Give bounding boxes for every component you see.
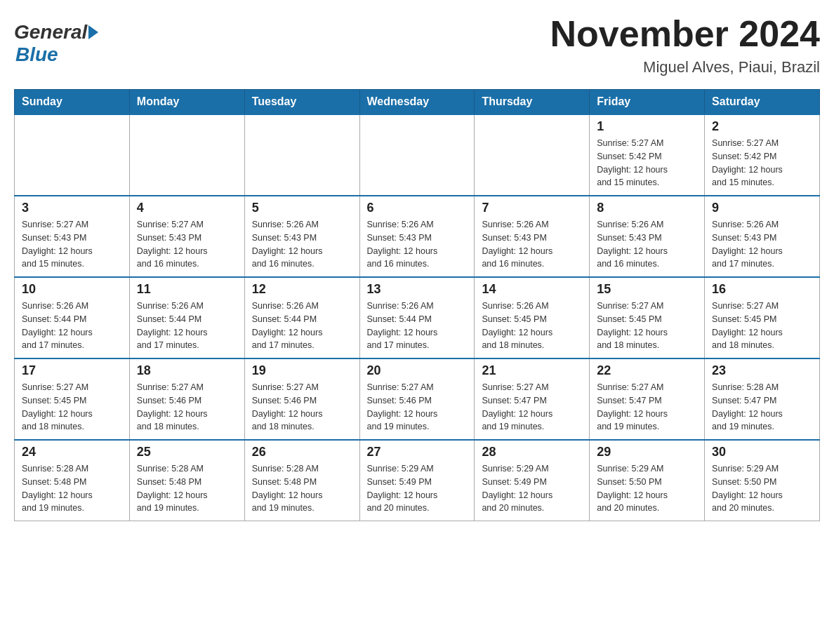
calendar-cell: 21Sunrise: 5:27 AMSunset: 5:47 PMDayligh… bbox=[475, 358, 590, 440]
day-info: Sunrise: 5:26 AMSunset: 5:43 PMDaylight:… bbox=[712, 218, 812, 271]
logo-general-text: General bbox=[14, 21, 87, 43]
day-number: 4 bbox=[137, 201, 237, 215]
day-info: Sunrise: 5:26 AMSunset: 5:43 PMDaylight:… bbox=[482, 218, 582, 271]
day-info: Sunrise: 5:29 AMSunset: 5:49 PMDaylight:… bbox=[482, 462, 582, 515]
day-number: 8 bbox=[597, 201, 697, 215]
day-number: 9 bbox=[712, 201, 812, 215]
logo: General Blue bbox=[14, 21, 98, 66]
week-row-3: 10Sunrise: 5:26 AMSunset: 5:44 PMDayligh… bbox=[15, 277, 820, 358]
day-number: 20 bbox=[367, 363, 468, 378]
calendar-cell: 22Sunrise: 5:27 AMSunset: 5:47 PMDayligh… bbox=[590, 358, 705, 440]
calendar-cell: 19Sunrise: 5:27 AMSunset: 5:46 PMDayligh… bbox=[244, 358, 359, 440]
calendar-cell bbox=[244, 114, 359, 196]
day-info: Sunrise: 5:28 AMSunset: 5:48 PMDaylight:… bbox=[137, 462, 237, 515]
day-info: Sunrise: 5:26 AMSunset: 5:44 PMDaylight:… bbox=[22, 300, 122, 352]
day-info: Sunrise: 5:28 AMSunset: 5:48 PMDaylight:… bbox=[22, 462, 122, 515]
day-info: Sunrise: 5:27 AMSunset: 5:43 PMDaylight:… bbox=[22, 218, 122, 271]
day-number: 5 bbox=[252, 201, 352, 215]
day-info: Sunrise: 5:27 AMSunset: 5:43 PMDaylight:… bbox=[137, 218, 237, 271]
day-number: 6 bbox=[367, 201, 468, 215]
day-info: Sunrise: 5:27 AMSunset: 5:45 PMDaylight:… bbox=[597, 300, 697, 352]
calendar-cell: 16Sunrise: 5:27 AMSunset: 5:45 PMDayligh… bbox=[705, 277, 820, 358]
calendar-cell: 6Sunrise: 5:26 AMSunset: 5:43 PMDaylight… bbox=[359, 196, 475, 277]
day-info: Sunrise: 5:27 AMSunset: 5:45 PMDaylight:… bbox=[712, 300, 812, 352]
day-info: Sunrise: 5:27 AMSunset: 5:46 PMDaylight:… bbox=[137, 381, 237, 434]
calendar-cell: 3Sunrise: 5:27 AMSunset: 5:43 PMDaylight… bbox=[15, 196, 130, 277]
day-info: Sunrise: 5:26 AMSunset: 5:43 PMDaylight:… bbox=[367, 218, 468, 271]
calendar-cell: 26Sunrise: 5:28 AMSunset: 5:48 PMDayligh… bbox=[244, 440, 359, 521]
week-row-2: 3Sunrise: 5:27 AMSunset: 5:43 PMDaylight… bbox=[15, 196, 820, 277]
day-number: 29 bbox=[597, 445, 697, 459]
header: General Blue November 2024 Miguel Alves,… bbox=[14, 14, 820, 76]
day-info: Sunrise: 5:27 AMSunset: 5:45 PMDaylight:… bbox=[22, 381, 122, 434]
calendar-cell: 7Sunrise: 5:26 AMSunset: 5:43 PMDaylight… bbox=[475, 196, 590, 277]
calendar-cell: 1Sunrise: 5:27 AMSunset: 5:42 PMDaylight… bbox=[590, 114, 705, 196]
calendar-cell bbox=[359, 114, 475, 196]
day-number: 3 bbox=[22, 201, 122, 215]
calendar: SundayMondayTuesdayWednesdayThursdayFrid… bbox=[14, 89, 820, 521]
calendar-cell: 8Sunrise: 5:26 AMSunset: 5:43 PMDaylight… bbox=[590, 196, 705, 277]
day-info: Sunrise: 5:26 AMSunset: 5:44 PMDaylight:… bbox=[252, 300, 352, 352]
location-title: Miguel Alves, Piaui, Brazil bbox=[550, 58, 820, 76]
weekday-header-tuesday: Tuesday bbox=[244, 90, 359, 115]
calendar-cell: 5Sunrise: 5:26 AMSunset: 5:43 PMDaylight… bbox=[244, 196, 359, 277]
day-number: 2 bbox=[712, 119, 812, 134]
weekday-header-monday: Monday bbox=[129, 90, 244, 115]
day-number: 24 bbox=[22, 445, 122, 459]
week-row-4: 17Sunrise: 5:27 AMSunset: 5:45 PMDayligh… bbox=[15, 358, 820, 440]
weekday-header-thursday: Thursday bbox=[475, 90, 590, 115]
day-number: 25 bbox=[137, 445, 237, 459]
weekday-header-row: SundayMondayTuesdayWednesdayThursdayFrid… bbox=[15, 90, 820, 115]
weekday-header-wednesday: Wednesday bbox=[359, 90, 475, 115]
day-number: 21 bbox=[482, 363, 582, 378]
calendar-cell: 12Sunrise: 5:26 AMSunset: 5:44 PMDayligh… bbox=[244, 277, 359, 358]
calendar-cell: 10Sunrise: 5:26 AMSunset: 5:44 PMDayligh… bbox=[15, 277, 130, 358]
week-row-1: 1Sunrise: 5:27 AMSunset: 5:42 PMDaylight… bbox=[15, 114, 820, 196]
calendar-cell: 17Sunrise: 5:27 AMSunset: 5:45 PMDayligh… bbox=[15, 358, 130, 440]
day-number: 30 bbox=[712, 445, 812, 459]
day-number: 13 bbox=[367, 282, 468, 297]
calendar-cell: 14Sunrise: 5:26 AMSunset: 5:45 PMDayligh… bbox=[475, 277, 590, 358]
day-info: Sunrise: 5:26 AMSunset: 5:44 PMDaylight:… bbox=[367, 300, 468, 352]
title-section: November 2024 Miguel Alves, Piaui, Brazi… bbox=[550, 14, 820, 76]
day-info: Sunrise: 5:27 AMSunset: 5:42 PMDaylight:… bbox=[597, 137, 697, 189]
day-info: Sunrise: 5:29 AMSunset: 5:50 PMDaylight:… bbox=[597, 462, 697, 515]
logo-blue-text: Blue bbox=[15, 43, 58, 66]
day-number: 10 bbox=[22, 282, 122, 297]
weekday-header-friday: Friday bbox=[590, 90, 705, 115]
day-info: Sunrise: 5:26 AMSunset: 5:43 PMDaylight:… bbox=[597, 218, 697, 271]
calendar-cell: 28Sunrise: 5:29 AMSunset: 5:49 PMDayligh… bbox=[475, 440, 590, 521]
day-info: Sunrise: 5:27 AMSunset: 5:47 PMDaylight:… bbox=[482, 381, 582, 434]
calendar-cell bbox=[475, 114, 590, 196]
day-info: Sunrise: 5:27 AMSunset: 5:46 PMDaylight:… bbox=[367, 381, 468, 434]
calendar-cell: 15Sunrise: 5:27 AMSunset: 5:45 PMDayligh… bbox=[590, 277, 705, 358]
day-info: Sunrise: 5:27 AMSunset: 5:46 PMDaylight:… bbox=[252, 381, 352, 434]
day-info: Sunrise: 5:29 AMSunset: 5:50 PMDaylight:… bbox=[712, 462, 812, 515]
calendar-cell: 11Sunrise: 5:26 AMSunset: 5:44 PMDayligh… bbox=[129, 277, 244, 358]
logo-top: General bbox=[14, 21, 98, 43]
calendar-cell bbox=[15, 114, 130, 196]
calendar-cell: 2Sunrise: 5:27 AMSunset: 5:42 PMDaylight… bbox=[705, 114, 820, 196]
day-info: Sunrise: 5:26 AMSunset: 5:43 PMDaylight:… bbox=[252, 218, 352, 271]
calendar-cell: 4Sunrise: 5:27 AMSunset: 5:43 PMDaylight… bbox=[129, 196, 244, 277]
day-info: Sunrise: 5:26 AMSunset: 5:44 PMDaylight:… bbox=[137, 300, 237, 352]
day-number: 18 bbox=[137, 363, 237, 378]
day-number: 23 bbox=[712, 363, 812, 378]
calendar-cell bbox=[129, 114, 244, 196]
weekday-header-saturday: Saturday bbox=[705, 90, 820, 115]
calendar-cell: 24Sunrise: 5:28 AMSunset: 5:48 PMDayligh… bbox=[15, 440, 130, 521]
day-number: 19 bbox=[252, 363, 352, 378]
calendar-cell: 20Sunrise: 5:27 AMSunset: 5:46 PMDayligh… bbox=[359, 358, 475, 440]
day-info: Sunrise: 5:27 AMSunset: 5:47 PMDaylight:… bbox=[597, 381, 697, 434]
calendar-cell: 27Sunrise: 5:29 AMSunset: 5:49 PMDayligh… bbox=[359, 440, 475, 521]
calendar-cell: 29Sunrise: 5:29 AMSunset: 5:50 PMDayligh… bbox=[590, 440, 705, 521]
calendar-cell: 13Sunrise: 5:26 AMSunset: 5:44 PMDayligh… bbox=[359, 277, 475, 358]
calendar-cell: 9Sunrise: 5:26 AMSunset: 5:43 PMDaylight… bbox=[705, 196, 820, 277]
calendar-cell: 25Sunrise: 5:28 AMSunset: 5:48 PMDayligh… bbox=[129, 440, 244, 521]
day-info: Sunrise: 5:28 AMSunset: 5:47 PMDaylight:… bbox=[712, 381, 812, 434]
week-row-5: 24Sunrise: 5:28 AMSunset: 5:48 PMDayligh… bbox=[15, 440, 820, 521]
day-number: 16 bbox=[712, 282, 812, 297]
day-number: 22 bbox=[597, 363, 697, 378]
day-number: 14 bbox=[482, 282, 582, 297]
day-number: 26 bbox=[252, 445, 352, 459]
